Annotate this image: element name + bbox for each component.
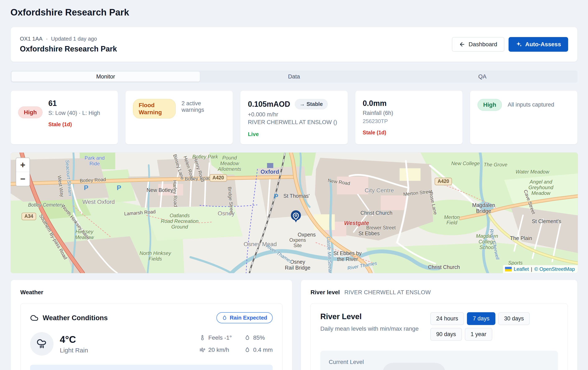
map-label: The Plain xyxy=(510,235,532,241)
time-range-button[interactable]: 24 hours xyxy=(430,312,464,325)
map-label: Brewer Street xyxy=(366,225,396,231)
map-label: Southern By-pass Road xyxy=(38,213,68,260)
current-level-panel: Current Level xyxy=(320,351,558,370)
flood-warning-card: Flood Warning 2 active warnings xyxy=(125,90,233,144)
precip-text: 0.4 mm xyxy=(253,347,273,353)
capture-badge: High xyxy=(478,99,502,111)
map-label: Botley Road xyxy=(185,175,211,182)
header-card: OX1 1AA · Updated 1 day ago Oxfordshire … xyxy=(10,27,578,62)
map-label: Harley Road xyxy=(172,180,178,207)
river-chart-title: River Level xyxy=(320,312,419,321)
map-label: New College xyxy=(451,161,480,166)
rain-expected-badge: Rain Expected xyxy=(216,312,273,323)
map-label: Merton Street xyxy=(403,189,433,197)
map-label: Lamarsh Road xyxy=(124,209,156,217)
map-label: Botley Cemetery xyxy=(28,202,63,208)
postcode: OX1 1AA xyxy=(20,36,42,42)
auto-assess-button[interactable]: Auto-Assess xyxy=(509,37,568,52)
map-label: St Ebbes by the River xyxy=(334,250,362,262)
weather-section-label: Weather xyxy=(20,289,283,296)
river-station: RIVER CHERWELL AT ENSLOW () xyxy=(248,119,340,126)
map-label: P xyxy=(84,184,88,192)
zoom-out-button[interactable]: − xyxy=(16,172,30,186)
tab[interactable]: Data xyxy=(200,72,388,82)
weather-section: Weather Weather Conditions Rain Expected xyxy=(10,280,292,370)
map-label: Hinksey Meadow xyxy=(75,229,94,240)
map-label: St Clement's xyxy=(532,218,561,224)
map-label: P xyxy=(274,193,278,200)
capture-detail: All inputs captured xyxy=(508,101,554,108)
wind-icon xyxy=(200,347,205,353)
map-label: A34 xyxy=(21,213,36,220)
map-label: Park and Ride xyxy=(84,155,105,167)
time-range-button[interactable]: 30 days xyxy=(498,312,530,325)
map-label: Botley Park xyxy=(192,154,218,160)
map-label: Westgate xyxy=(344,220,369,226)
map-label: Magdalen College School xyxy=(476,233,498,250)
risk-badge: High xyxy=(18,107,42,118)
risk-detail: S: Low (40) · L: High xyxy=(48,110,100,116)
river-level-value: 0.105mAOD xyxy=(248,100,290,109)
map-label: A420 xyxy=(210,174,227,182)
header-meta: OX1 1AA · Updated 1 day ago xyxy=(20,36,117,42)
dashboard-button[interactable]: Dashboard xyxy=(452,37,504,52)
tab[interactable]: QA xyxy=(388,72,577,82)
auto-assess-label: Auto-Assess xyxy=(525,41,561,48)
droplet-icon xyxy=(222,315,227,321)
flood-warning-badge: Flood Warning xyxy=(133,99,176,119)
map-label: Oxpens Site xyxy=(289,238,306,248)
droplet-icon xyxy=(244,335,250,341)
map-label: New Botley xyxy=(147,187,173,193)
page-title: Oxfordshire Research Park xyxy=(10,7,129,18)
rainfall-card: 0.0mm Rainfall (6h) 256230TP Stale (1d) xyxy=(355,90,463,144)
map-label: The Grove xyxy=(484,162,507,167)
risk-score-card: High 61 S: Low (40) · L: High Stale (1d) xyxy=(10,90,118,144)
map-label: St Thomas' xyxy=(283,193,309,199)
map-label: Water Meadow xyxy=(516,169,549,175)
map-label: Oxpens xyxy=(298,232,316,238)
leaflet-link[interactable]: Leaflet xyxy=(514,266,529,272)
map-label: Osney xyxy=(218,210,235,217)
time-range-button[interactable]: 7 days xyxy=(467,312,495,325)
map-label: Henry Road xyxy=(192,156,205,183)
risk-value: 61 xyxy=(48,99,100,108)
cloud-icon xyxy=(30,314,39,322)
time-range-buttons: 24 hours7 days30 days90 days1 year xyxy=(430,312,558,341)
updated-text: Updated 1 day ago xyxy=(51,36,97,42)
map-label: Oxford xyxy=(261,169,279,175)
header-info: OX1 1AA · Updated 1 day ago Oxfordshire … xyxy=(20,36,117,53)
map-label: River Thames xyxy=(347,261,378,271)
map-label: St Ebbes xyxy=(358,230,379,236)
map-label: Castle Mill Stream xyxy=(326,237,333,273)
wind-detail: 20 km/h xyxy=(200,347,232,353)
condition-text: Light Rain xyxy=(60,347,88,354)
risk-status: Stale (1d) xyxy=(48,121,100,128)
map-label: North Hinksey Lane xyxy=(61,204,91,241)
humidity-text: 85% xyxy=(253,334,265,341)
osm-link[interactable]: © OpenStreetMap xyxy=(534,266,575,272)
tab[interactable]: Monitor xyxy=(11,72,200,82)
time-range-button[interactable]: 90 days xyxy=(430,328,462,341)
time-range-button[interactable]: 1 year xyxy=(465,328,492,341)
rainfall-station: 256230TP xyxy=(363,118,455,125)
zoom-in-button[interactable]: + xyxy=(16,158,30,172)
map-label: P xyxy=(117,184,121,192)
map-label: North Hinksey Fields xyxy=(139,250,171,262)
humidity-detail: 85% xyxy=(244,334,273,341)
meta-separator: · xyxy=(46,36,48,42)
river-rate: +0.000 m/hr xyxy=(248,111,340,118)
rainfall-alert: Significant rainfall expected xyxy=(30,365,273,370)
site-title: Oxfordshire Research Park xyxy=(20,44,117,53)
map-label: Cave Street xyxy=(523,189,536,215)
map-label: River Cherwell xyxy=(488,228,500,260)
map-label: Rose Lane xyxy=(428,191,438,215)
tab-bar: MonitorDataQA xyxy=(10,71,578,83)
map-label: Botley Road xyxy=(80,177,106,184)
map-label: Pound Meadow Allotments xyxy=(218,155,241,172)
river-chart-subtitle: Daily mean levels with min/max range xyxy=(320,324,419,333)
current-level-skeleton xyxy=(383,363,445,370)
map-label: Helen Road xyxy=(182,155,195,181)
map-container: Park and RideBotley ParkPound Meadow All… xyxy=(10,152,578,273)
rain-expected-label: Rain Expected xyxy=(230,315,267,321)
map-label: Angel and Greyhound Meadow xyxy=(528,179,553,196)
